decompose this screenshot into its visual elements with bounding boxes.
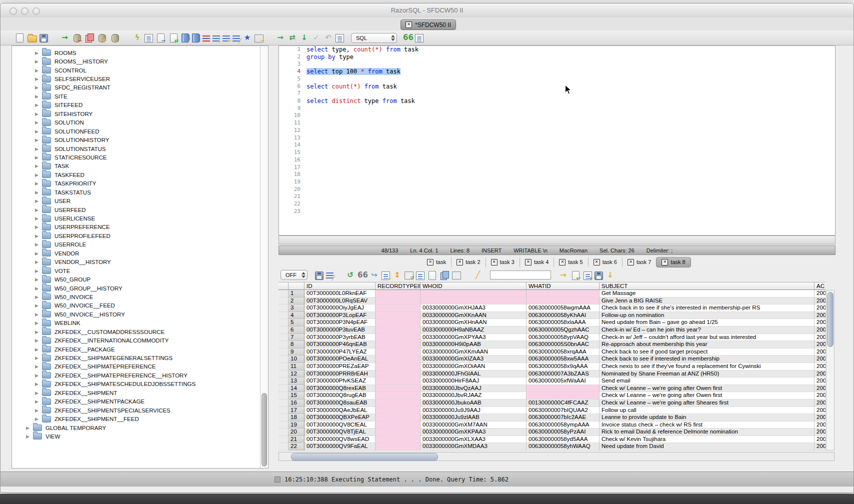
commit-icon[interactable]: ✓	[312, 33, 321, 42]
close-tab-icon[interactable]: ✕	[559, 259, 566, 266]
disclosure-triangle-icon[interactable]: ▶	[35, 50, 42, 56]
export-data-icon[interactable]: →	[157, 34, 164, 42]
results-tab-task-4[interactable]: ✕task 4	[520, 258, 554, 267]
go-to-icon[interactable]: →	[558, 270, 568, 280]
table-cell[interactable]	[376, 436, 420, 444]
disclosure-triangle-icon[interactable]: ▶	[35, 102, 42, 108]
database-icon[interactable]	[112, 34, 119, 42]
table-cell[interactable]	[376, 385, 420, 392]
table-row[interactable]: 2200T3000000QV9FaEAL0033000000GmXMDAA300…	[278, 443, 826, 450]
disclosure-triangle-icon[interactable]: ▶	[35, 76, 42, 82]
tree-item-rooms-history[interactable]: ▶ROOMS__HISTORY	[12, 57, 260, 66]
save-grid-icon[interactable]	[594, 272, 603, 280]
table-cell[interactable]	[526, 385, 600, 392]
edit-query-icon[interactable]: ╱	[232, 36, 240, 42]
table-cell[interactable]: Check w/ Leanne – we're going after Shea…	[600, 400, 814, 407]
disclosure-triangle-icon[interactable]: ▶	[35, 373, 42, 378]
tree-item-w50-invoice-feed[interactable]: ▶W50_INVOICE__FEED	[12, 302, 260, 310]
row-number-cell[interactable]: 7	[288, 334, 304, 342]
tree-item-zkfedex-shipmentspecialservices[interactable]: ▶ZKFEDEX__SHIPMENTSPECIALSERVICES	[12, 406, 260, 414]
table-cell[interactable]	[376, 319, 420, 326]
row-number-cell[interactable]: 1	[288, 290, 304, 298]
disclosure-triangle-icon[interactable]: ▶	[35, 59, 42, 64]
favorites-icon[interactable]: ★	[242, 33, 252, 42]
table-cell[interactable]: 006300000058yPzAAI	[526, 428, 600, 436]
table-cell[interactable]	[376, 348, 420, 356]
table-row[interactable]: 700T3000000P3yrbEAB0033000000GmXPYAA3006…	[278, 334, 826, 342]
new-file-icon[interactable]	[16, 34, 24, 42]
grid-horizontal-scrollbar[interactable]	[278, 452, 834, 461]
save-file-icon[interactable]	[40, 34, 48, 42]
table-cell[interactable]	[376, 312, 420, 320]
disclosure-triangle-icon[interactable]: ▶	[35, 364, 42, 369]
table-cell[interactable]: Check w/ Kevin Tsujihara	[600, 436, 814, 444]
row-number-cell[interactable]: 15	[288, 392, 304, 400]
sort-column-icon[interactable]: ↕	[392, 270, 402, 280]
disclosure-triangle-icon[interactable]: ▶	[35, 224, 42, 230]
tree-item-w50-group[interactable]: ▶W50_GROUP	[12, 275, 260, 284]
table-cell[interactable]: 200	[814, 443, 826, 450]
execute-sql-icon[interactable]: ϟ	[132, 33, 142, 42]
table-cell[interactable]: 006300000058wgmAAA	[526, 304, 600, 312]
table-row[interactable]: 100T3000000L0RknEAFGet Massage200	[278, 290, 826, 298]
table-cell[interactable]: 0033000000JbvQzAAJ	[420, 385, 526, 392]
format-sql-icon[interactable]: ←	[222, 36, 230, 42]
table-cell[interactable]: 0033000000GmXKPAA3	[420, 428, 526, 436]
table-cell[interactable]	[376, 378, 420, 385]
statement-type-select[interactable]: SQL	[351, 33, 397, 43]
tree-item-userprofilefeed[interactable]: ▶USERPROFILEFEED	[12, 232, 260, 240]
table-cell[interactable]: 00T3000000QBXPeEAP	[304, 414, 376, 422]
row-number-cell[interactable]: 22	[288, 443, 304, 450]
tree-item-zkfedex-shipment-feed[interactable]: ▶ZKFEDEX__SHIPMENT__FEED	[12, 414, 260, 423]
tree-item-userfeed[interactable]: ▶USERFEED	[12, 206, 260, 214]
table-cell[interactable]: 006300000058yd5AAA	[526, 436, 600, 444]
table-cell[interactable]	[526, 298, 600, 305]
table-cell[interactable]: 200	[814, 298, 826, 305]
editor-line-7[interactable]: 7	[279, 90, 835, 98]
disclosure-triangle-icon[interactable]: ▶	[35, 146, 42, 152]
table-cell[interactable]: 0033000000GmXLXAA3	[420, 436, 526, 444]
table-row[interactable]: 1000T3000000POeAnEAL0033000000GmXIZAA300…	[278, 356, 826, 363]
row-number-cell[interactable]: 14	[288, 385, 304, 392]
table-cell[interactable]: 200	[814, 400, 826, 407]
document-tab[interactable]: ✕ *SFDCW50 II	[400, 20, 456, 30]
disclosure-triangle-icon[interactable]: ▶	[35, 382, 42, 386]
table-cell[interactable]: 00T3000000P47LYEAZ	[304, 348, 376, 356]
table-cell[interactable]: 00T3000000L0RknEAF	[304, 290, 376, 298]
table-cell[interactable]	[376, 341, 420, 348]
table-row[interactable]: 1700T3000000QAeJbEAL0033000000Ju9J9AAJ00…	[278, 407, 826, 414]
row-number-cell[interactable]: 6	[288, 326, 304, 334]
table-cell[interactable]: Check w/ Leanne – we're going after Owen…	[600, 385, 814, 392]
table-cell[interactable]	[376, 370, 420, 378]
table-cell[interactable]: Check back to see if interested in membe…	[600, 356, 814, 363]
row-number-cell[interactable]: 17	[288, 407, 304, 414]
disclosure-triangle-icon[interactable]: ▶	[35, 312, 42, 317]
tree-item-zkfedex-shipmatepreference[interactable]: ▶ZKFEDEX__SHIPMATEPREFERENCE	[12, 362, 260, 371]
table-cell[interactable]: 0033000000GmXPYAA3	[420, 334, 526, 342]
table-cell[interactable]: 00T3000000P3N4pEAF	[304, 319, 376, 326]
disclosure-triangle-icon[interactable]: ▶	[35, 85, 42, 90]
table-cell[interactable]: 200	[814, 348, 826, 356]
table-row[interactable]: 800T3000000P46qnEAB0033000000H9i0pAAB006…	[278, 341, 826, 348]
editor-line-8[interactable]: 8select distinct type from task	[279, 98, 835, 105]
edit-cell-icon[interactable]: ↪	[370, 270, 379, 280]
table-cell[interactable]: 00630000005S0bnAAC	[526, 341, 600, 348]
disclosure-triangle-icon[interactable]: ▶	[35, 277, 42, 282]
table-cell[interactable]	[376, 363, 420, 370]
tree-item-taskstatus[interactable]: ▶TASKSTATUS	[12, 188, 260, 196]
row-number-cell[interactable]: 20	[288, 428, 304, 436]
view-row-icon[interactable]: 66	[358, 270, 367, 280]
close-tab-icon[interactable]: ✕	[491, 259, 498, 266]
table-cell[interactable]: 200	[814, 363, 826, 370]
disclosure-triangle-icon[interactable]: ▶	[35, 120, 42, 125]
table-cell[interactable]: 00T3000000QAeJbEAL	[304, 407, 376, 414]
table-cell[interactable]	[376, 290, 420, 298]
tree-item-w50-invoice-history[interactable]: ▶W50_INVOICE__HISTORY	[12, 310, 260, 318]
copy-table-icon[interactable]	[452, 272, 461, 280]
table-cell[interactable]: 00T3000000QV9FaEAL	[304, 443, 376, 450]
table-cell[interactable]: Need update from Bain – gave go ahead 1/…	[600, 319, 814, 326]
disclosure-triangle-icon[interactable]: ▶	[35, 294, 42, 300]
table-cell[interactable]: 200	[814, 392, 826, 400]
tree-item-taskfeed[interactable]: ▶TASKFEED	[12, 170, 260, 179]
disclosure-triangle-icon[interactable]: ▶	[35, 234, 42, 238]
